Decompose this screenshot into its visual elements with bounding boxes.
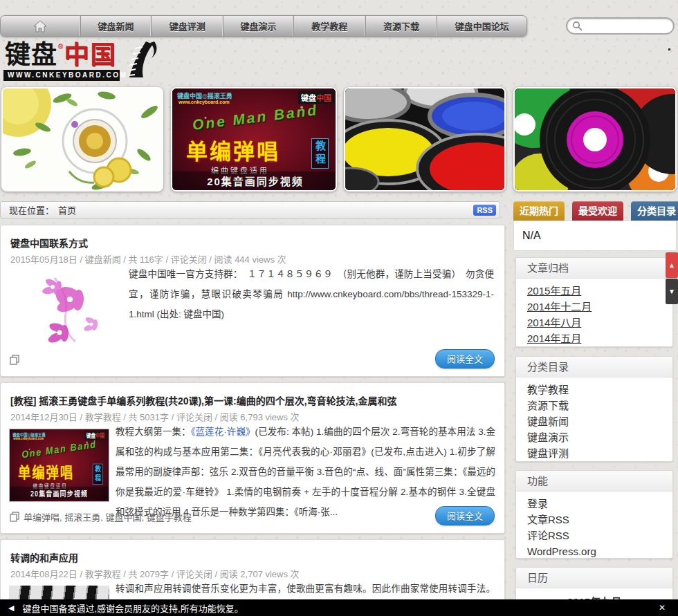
search-icon — [572, 21, 583, 31]
breadcrumb-home-link[interactable]: 首页 — [58, 203, 76, 216]
tab-most-popular[interactable]: 最受欢迎 — [572, 201, 623, 221]
arrow-down-icon: ▼ — [668, 288, 675, 295]
search-input[interactable] — [586, 21, 668, 31]
nav-item-demos[interactable]: 键盘演示 — [223, 16, 294, 36]
function-link-posts-rss[interactable]: 文章RSS — [527, 512, 672, 528]
tea-art — [3, 88, 162, 190]
banner-tea-image[interactable] — [1, 87, 163, 192]
widget-functions-title: 功能 — [516, 471, 672, 492]
post-excerpt: 教程大纲第一集：《蓝莲花·许巍》(已发布: 本帖) 1.编曲的四个层次 2.弯音… — [116, 422, 495, 522]
widget-calendar-title: 日历 — [516, 568, 672, 588]
post-tags[interactable]: 单编弹唱, 摇滚王勇, 键盘中国, 键盘手教程 — [10, 510, 192, 523]
omb-title: 单编弹唱 — [18, 461, 74, 483]
tags-text[interactable]: 单编弹唱, 摇滚王勇, 键盘中国, 键盘手教程 — [24, 510, 192, 523]
post-title[interactable]: 键盘中国联系方式 — [10, 236, 495, 250]
category-link[interactable]: 键盘演示 — [527, 429, 672, 445]
breadcrumb: 现在位置： 首页 RSS — [0, 201, 500, 218]
widget-categories: 分类目录 教学教程 资源下载 键盘新闻 键盘演示 键盘评测 — [515, 356, 673, 462]
tiny-marker — [668, 48, 670, 50]
site-logo[interactable]: 键盘 ® 中国 WWW.CNKEYBOARD.COM — [3, 41, 157, 81]
home-icon — [33, 20, 47, 32]
paint-cans-art — [345, 88, 504, 190]
one-man-band-art: 键盘中国◎摇滚王勇 www.cnkeyboard.com 键盘中国 One Ma… — [10, 429, 109, 501]
banner-paint-cans[interactable] — [344, 87, 506, 192]
omb-badge: 教程 — [311, 138, 329, 169]
post-excerpt: 键盘中国唯一官方支持群： １７１４８５９６９ （别无他群，谨防上当受骗） 勿贪便… — [129, 264, 494, 324]
logo-registered-mark: ® — [58, 43, 63, 50]
widget-functions: 功能 登录 文章RSS 评论RSS WordPress.org — [515, 470, 673, 559]
scroll-down-button[interactable]: ▼ — [666, 279, 678, 304]
logo-wordmark: 键盘 ® 中国 — [5, 41, 116, 69]
post-tutorial: [教程] 摇滚王勇键盘手单编系列教程(共20课),第一课:编曲的四个层次,弯音轮… — [0, 382, 505, 534]
category-link[interactable]: 键盘评测 — [527, 445, 672, 461]
widget-archive-title: 文章归档 — [516, 258, 672, 279]
category-link[interactable]: 键盘新闻 — [527, 413, 672, 429]
nav-item-reviews[interactable]: 键盘评测 — [152, 16, 223, 36]
sidebar-tabs: 近期热门 最受欢迎 分类目录 — [513, 201, 678, 221]
omb-site-url: www.cnkeyboard.com — [178, 100, 230, 104]
category-link[interactable]: 资源下载 — [527, 398, 672, 413]
banner-vinyl-records[interactable] — [513, 87, 677, 192]
logo-black-text: 键盘 — [5, 41, 57, 69]
omb-title: 单编弹唱 — [186, 134, 280, 165]
sidebar-tab-content: N/A — [513, 221, 677, 251]
omb-headline: One Man Band — [10, 437, 109, 463]
omb-footer: 20集音画同步视频 — [172, 171, 337, 190]
search-box — [566, 17, 675, 35]
nav-item-tutorials[interactable]: 教学教程 — [294, 16, 366, 36]
announcement-text: 键盘中国备案通过,感谢会员朋友的支持,所有功能恢复。 — [22, 601, 243, 615]
breadcrumb-label: 现在位置： — [9, 203, 54, 216]
logo-url: WWW.CNKEYBOARD.COM — [3, 70, 120, 81]
scroll-up-button[interactable]: ▲ — [666, 252, 678, 278]
post-title[interactable]: 转调的和声应用 — [10, 550, 495, 564]
tab-categories[interactable]: 分类目录 — [631, 201, 678, 221]
function-link-wordpress[interactable]: WordPress.org — [527, 543, 672, 559]
read-more-button[interactable]: 阅读全文 — [435, 349, 495, 368]
category-link[interactable]: 教学教程 — [527, 382, 672, 398]
excerpt-text: 教程大纲第一集： — [116, 427, 191, 437]
archive-link[interactable]: 2015年五月 — [527, 283, 672, 299]
tags-icon — [10, 512, 19, 522]
post-title[interactable]: [教程] 摇滚王勇键盘手单编系列教程(共20课),第一课:编曲的四个层次,弯音轮… — [10, 393, 495, 407]
omb-footer: 20集音画同步视频 — [10, 487, 109, 500]
rss-badge[interactable]: RSS — [473, 205, 496, 216]
omb-headline: One Man Band — [172, 99, 337, 136]
archive-link[interactable]: 2014年八月 — [527, 315, 672, 330]
nav-item-forum[interactable]: 键盘中国论坛 — [437, 16, 526, 36]
nav-item-news[interactable]: 键盘新闻 — [81, 16, 152, 36]
widget-categories-title: 分类目录 — [516, 357, 672, 377]
arrow-up-icon: ▲ — [668, 261, 675, 269]
announcement-icon: ◀ — [8, 604, 14, 613]
page: 键盘新闻 键盘评测 键盘演示 教学教程 资源下载 键盘中国论坛 键盘 ® 中国 — [0, 0, 678, 616]
excerpt-text: (已发布: 本帖) 1.编曲的四个层次 2.弯音轮的基本用法 3.金属和弦的构成… — [116, 427, 495, 517]
flower-art — [34, 271, 111, 346]
post-thumbnail-flowers[interactable] — [34, 271, 111, 346]
pages-icon — [10, 355, 19, 368]
post-contact: 键盘中国联系方式 2015年05月18日 / 键盘新闻 / 共 116字 / 评… — [0, 225, 505, 377]
archive-link[interactable]: 2014年十二月 — [527, 299, 672, 315]
tab-recent-hot[interactable]: 近期热门 — [513, 201, 565, 221]
omb-badge: 教程 — [93, 464, 103, 485]
widget-archive: 文章归档 2015年五月 2014年十二月 2014年八月 2014年五月 — [515, 257, 673, 347]
nav-item-downloads[interactable]: 资源下载 — [366, 16, 438, 36]
excerpt-link[interactable]: 《蓝莲花·许巍》 — [191, 427, 255, 437]
announcement-ticker: ◀ 键盘中国备案通过,感谢会员朋友的支持,所有功能恢复。 ✕ — [0, 599, 678, 616]
close-icon[interactable]: ✕ — [654, 603, 670, 613]
read-more-button[interactable]: 阅读全文 — [435, 506, 495, 525]
post-thumbnail-one-man-band[interactable]: 键盘中国◎摇滚王勇 www.cnkeyboard.com 键盘中国 One Ma… — [9, 429, 109, 502]
nav-home[interactable] — [1, 16, 81, 36]
one-man-band-art: 键盘中国◎摇滚王勇 www.cnkeyboard.com 键盘中国 One Ma… — [172, 88, 337, 192]
archive-link[interactable]: 2014年五月 — [527, 330, 672, 346]
function-link-login[interactable]: 登录 — [527, 496, 672, 512]
function-link-comments-rss[interactable]: 评论RSS — [527, 528, 672, 543]
omb-site-url: www.cnkeyboard.com — [13, 437, 44, 440]
banner-one-man-band[interactable]: 键盘中国◎摇滚王勇 www.cnkeyboard.com 键盘中国 One Ma… — [171, 87, 337, 192]
vinyl-records-art — [515, 88, 675, 190]
logo-red-text: 中国 — [64, 41, 116, 69]
top-navigation: 键盘新闻 键盘评测 键盘演示 教学教程 资源下载 键盘中国论坛 — [0, 15, 527, 37]
